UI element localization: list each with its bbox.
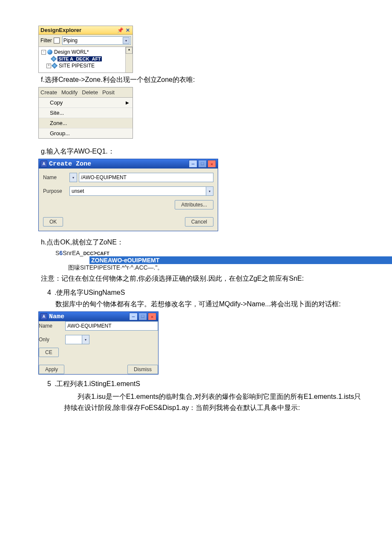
design-explorer-title: DesignExplorer <box>40 27 81 33</box>
close-icon[interactable]: ✕ <box>208 160 216 168</box>
zone-line: ZONEAWO-eOUIPMEMT <box>89 256 392 264</box>
name-dialog: A Name — □ ✕ Name AWO-EQUIPMENT Only ▾ C… <box>38 311 159 375</box>
design-explorer-panel: DesignExplorer 📌 ✕ Filter Piping ▾ ▴ - D… <box>38 26 133 73</box>
create-menu: Create Modify Delete Posit Copy ▶ Site..… <box>38 87 133 139</box>
menu-item-label: Site... <box>50 110 64 116</box>
menu-item-copy[interactable]: Copy ▶ <box>39 98 133 108</box>
chevron-down-icon[interactable]: ▾ <box>82 335 89 344</box>
item5-title: .工程列表1.iStingE1.ementS <box>55 380 140 389</box>
name-label: Name <box>39 323 65 329</box>
menu-header: Create Modify Delete Posit <box>39 87 133 98</box>
filter-select-value: Piping <box>63 38 78 44</box>
create-zone-dialog: A Create Zone — □ ✕ Name ▾ /AWO-EQUIPMEN… <box>38 159 218 231</box>
minimize-icon[interactable]: — <box>129 313 138 320</box>
item4-body: 数据库中的甸个物体都有名字。若想修改名字，可通过MQdify->Name...将… <box>55 300 366 309</box>
name-input-value: AWO-EQUIPMENT <box>67 323 112 329</box>
chevron-down-icon[interactable]: ▾ <box>206 186 213 196</box>
name-input-value: /AWO-EQUIPMENT <box>81 174 127 180</box>
filter-checkbox[interactable] <box>54 38 60 44</box>
name-dialog-title: Name <box>49 313 64 320</box>
ok-button[interactable]: OK <box>43 217 63 227</box>
step-g-text: g.输入名字AWO-EQ1.： <box>41 147 366 156</box>
ce-button[interactable]: CE <box>39 348 59 357</box>
scrollbar-vertical[interactable]: ▴ <box>125 47 133 73</box>
expand-toggle-icon[interactable]: + <box>46 64 51 68</box>
tree-root-label[interactable]: Design WORL* <box>54 49 89 55</box>
only-select[interactable] <box>65 335 82 344</box>
close-icon[interactable]: ✕ <box>125 27 131 33</box>
tree-node-label[interactable]: SITE PIPESITE <box>58 63 95 69</box>
item4-title: .使用名字USingNameS <box>55 288 125 297</box>
menu-modify-label[interactable]: Modify <box>61 89 78 96</box>
minimize-icon[interactable]: — <box>189 160 197 168</box>
tree-node-selected[interactable]: SITE A_DECK_AFT <box>58 56 102 61</box>
menu-delete-label[interactable]: Delete <box>82 89 98 96</box>
cancel-button[interactable]: Cancel <box>185 217 213 227</box>
hierarchy-line1: S6SnrEA_DCC>CAFT <box>55 250 366 256</box>
purpose-label: Purpose <box>43 188 69 194</box>
arrow-right-icon: ▶ <box>126 100 129 105</box>
design-explorer-titlebar: DesignExplorer 📌 ✕ <box>39 26 133 35</box>
chevron-up-icon: ▴ <box>126 47 133 54</box>
create-zone-titlebar: A Create Zone — □ ✕ <box>39 159 218 169</box>
site-icon <box>52 63 58 69</box>
menu-item-site[interactable]: Site... <box>39 108 133 118</box>
item4-number: 4 <box>38 289 51 296</box>
menu-posit-label[interactable]: Posit <box>102 89 115 96</box>
filter-select[interactable]: Piping ▾ <box>62 36 131 45</box>
maximize-icon[interactable]: □ <box>198 160 207 168</box>
apply-button[interactable]: Apply <box>39 365 64 374</box>
filter-label: Filter <box>40 38 52 44</box>
menu-item-label: Copy <box>50 99 63 106</box>
step-h-text: h.点击OK,就创立了ZoNE： <box>41 238 366 247</box>
filter-row: Filter Piping ▾ <box>39 35 133 47</box>
item5-number: 5 <box>38 380 51 388</box>
menu-item-group[interactable]: Group... <box>39 128 133 138</box>
menu-create-label[interactable]: Create <box>40 89 57 96</box>
name-input[interactable]: /AWO-EQUIPMENT <box>79 173 213 182</box>
name-label: Name <box>43 174 69 180</box>
only-label: Only <box>39 337 65 343</box>
dismiss-button[interactable]: Dismiss <box>127 365 158 374</box>
menu-item-label: Group... <box>50 130 70 137</box>
item5-body: 列表1.isu是一个E1.ements的临时集合,对列表的爆作会影响到它里面的所… <box>64 391 366 413</box>
purpose-select[interactable]: unset <box>69 186 206 196</box>
purpose-value: unset <box>72 188 84 194</box>
expand-toggle-icon[interactable]: - <box>41 50 46 55</box>
attributes-button[interactable]: Attributes... <box>175 200 213 209</box>
globe-icon <box>47 49 52 55</box>
site-icon <box>51 56 57 62</box>
menu-item-zone[interactable]: Zone... <box>39 118 133 128</box>
app-icon: A <box>40 160 47 167</box>
tree-area: ▴ - Design WORL* SITE A_DECK_AFT + SITE … <box>39 47 133 73</box>
maximize-icon[interactable]: □ <box>138 313 147 320</box>
step-f-text: f.选择Create->Zone.利会出现一个创立Zone的衣唯: <box>41 76 366 84</box>
app-icon: A <box>40 313 47 320</box>
note-text: 注意：记住在创立任何物体之前,你必须选择正确的级别.因此，在创立ZgE之前应有S… <box>41 274 366 283</box>
menu-item-label: Zone... <box>50 120 67 126</box>
name-input[interactable]: AWO-EQUIPMENT <box>65 321 158 331</box>
chevron-down-icon[interactable]: ▾ <box>69 173 77 182</box>
pin-icon[interactable]: 📌 <box>117 27 123 33</box>
create-zone-title: Create Zone <box>49 160 91 168</box>
chevron-down-icon: ▾ <box>123 37 130 44</box>
name-dialog-titlebar: A Name — □ ✕ <box>39 312 158 321</box>
hierarchy-line2: 图嚎SITEPIPESITE·*^r·^.ACC—."。 <box>55 264 366 272</box>
close-icon[interactable]: ✕ <box>148 313 156 320</box>
